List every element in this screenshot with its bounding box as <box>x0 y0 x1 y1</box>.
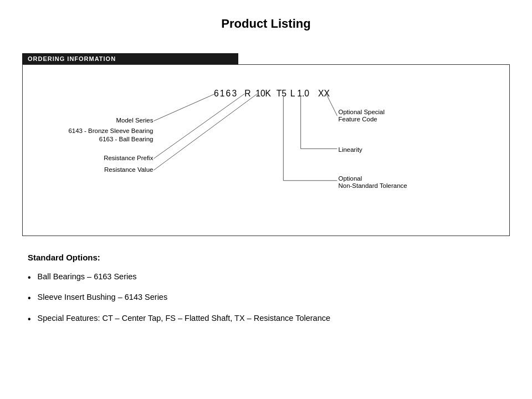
page-title: Product Listing <box>22 11 510 37</box>
svg-line-13 <box>154 94 257 170</box>
svg-text:6163 - Ball Bearing: 6163 - Ball Bearing <box>99 136 154 142</box>
svg-text:Optional Special: Optional Special <box>339 109 385 115</box>
ordering-diagram: 6163 R 10K T5 L 1.0 XX Model Series 6143… <box>23 65 509 236</box>
list-item: • Special Features: CT – Center Tap, FS … <box>28 313 510 325</box>
option-text: Sleeve Insert Bushing – 6143 Series <box>38 291 510 303</box>
option-text: Ball Bearings – 6163 Series <box>38 271 510 282</box>
svg-text:Feature Code: Feature Code <box>339 116 377 122</box>
svg-line-7 <box>154 94 215 121</box>
ordering-header: ORDERING INFORMATION <box>22 53 238 64</box>
svg-text:Resistance Prefix: Resistance Prefix <box>104 155 154 161</box>
standard-options-section: Standard Options: • Ball Bearings – 6163… <box>22 253 510 325</box>
ordering-section: ORDERING INFORMATION 6163 R 10K T5 L 1.0… <box>22 53 510 236</box>
svg-text:6163: 6163 <box>214 89 238 98</box>
svg-text:Model Series: Model Series <box>116 117 153 124</box>
bullet-icon: • <box>28 313 31 325</box>
svg-text:Linearity: Linearity <box>339 146 363 153</box>
svg-text:R: R <box>244 89 250 98</box>
svg-text:Resistance Value: Resistance Value <box>104 166 153 173</box>
option-text: Special Features: CT – Center Tap, FS – … <box>38 313 510 324</box>
svg-text:Non-Standard Tolerance: Non-Standard Tolerance <box>339 182 407 189</box>
list-item: • Ball Bearings – 6163 Series <box>28 271 510 284</box>
diagram-box: 6163 R 10K T5 L 1.0 XX Model Series 6143… <box>22 64 510 236</box>
list-item: • Sleeve Insert Bushing – 6143 Series <box>28 291 510 304</box>
svg-text:Optional: Optional <box>339 175 362 182</box>
svg-text:10K: 10K <box>255 89 271 98</box>
options-list: • Ball Bearings – 6163 Series • Sleeve I… <box>28 271 510 325</box>
svg-text:T5: T5 <box>277 89 287 98</box>
svg-text:6143 - Bronze Sleeve Bearing: 6143 - Bronze Sleeve Bearing <box>68 127 153 134</box>
svg-text:XX: XX <box>318 89 330 98</box>
bullet-icon: • <box>28 272 31 284</box>
bullet-icon: • <box>28 292 31 304</box>
svg-line-11 <box>154 94 244 158</box>
svg-line-16 <box>326 94 337 116</box>
svg-text:L 1.0: L 1.0 <box>290 89 310 98</box>
standard-options-title: Standard Options: <box>28 253 510 262</box>
page-container: Product Listing ORDERING INFORMATION 616… <box>0 0 532 355</box>
